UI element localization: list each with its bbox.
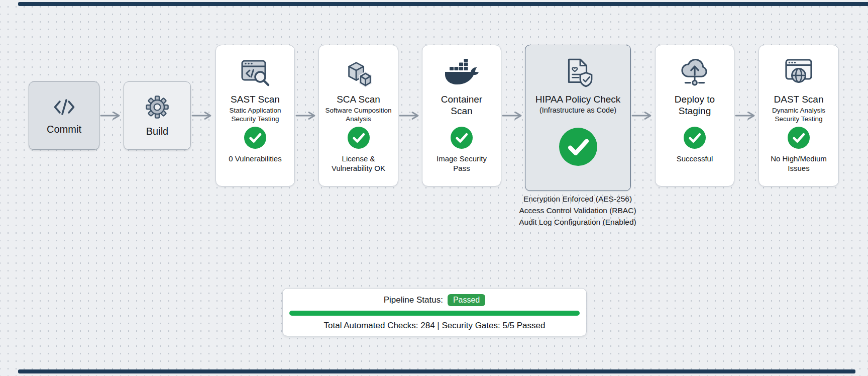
node-subtitle: Static Application Security Testing bbox=[220, 106, 291, 123]
node-title: SAST Scan bbox=[231, 93, 280, 105]
node-subtitle: (Infrastructure as Code) bbox=[539, 106, 616, 115]
pipeline-status-panel: Pipeline Status: Passed Total Automated … bbox=[282, 288, 587, 336]
policy-shield-icon bbox=[562, 55, 595, 90]
code-icon bbox=[53, 97, 76, 119]
node-subtitle: Software Cumposition Analysis bbox=[323, 106, 394, 123]
flow-arrow bbox=[399, 111, 422, 120]
node-title: DAST Scan bbox=[774, 93, 824, 105]
node-label: Build bbox=[146, 126, 168, 137]
node-result: License & Vulnerability OK bbox=[327, 154, 390, 173]
pipeline-summary: Total Automated Checks: 284 | Security G… bbox=[324, 321, 546, 331]
pipeline-progress-bar bbox=[289, 311, 580, 316]
policy-detail-line: Encryption Enforced (AES-256) bbox=[502, 193, 653, 205]
node-result: No High/Medium Issues bbox=[767, 154, 830, 173]
node-title: HIPAA Policy Check bbox=[535, 93, 621, 105]
flow-arrow bbox=[100, 111, 123, 120]
flow-arrow bbox=[295, 111, 318, 120]
node-title: Container Scan bbox=[431, 93, 492, 117]
flow-arrow bbox=[735, 111, 758, 120]
flow-arrow bbox=[631, 111, 655, 120]
node-result: Successful bbox=[677, 154, 713, 163]
code-search-icon bbox=[239, 55, 271, 90]
node-container-scan[interactable]: Container Scan Image Security Pass bbox=[422, 45, 501, 186]
packages-icon bbox=[343, 55, 374, 90]
gear-icon bbox=[145, 95, 169, 121]
check-passed-icon bbox=[451, 127, 473, 149]
flow-arrow bbox=[502, 111, 525, 120]
node-sca-scan[interactable]: SCA Scan Software Cumposition Analysis L… bbox=[318, 45, 398, 186]
node-result: 0 Vulnerabilities bbox=[229, 154, 281, 163]
flow-arrow bbox=[191, 111, 214, 120]
node-title: SCA Scan bbox=[337, 93, 380, 105]
policy-detail-line: Access Control Validation (RBAC) bbox=[502, 205, 653, 216]
node-title: Deploy to Staging bbox=[664, 93, 725, 117]
node-sast-scan[interactable]: SAST Scan Static Application Security Te… bbox=[215, 45, 295, 186]
browser-globe-icon bbox=[783, 55, 815, 90]
check-passed-icon bbox=[559, 128, 597, 166]
node-label: Commit bbox=[47, 124, 81, 135]
pipeline-status-label: Pipeline Status: bbox=[384, 295, 443, 305]
check-passed-icon bbox=[348, 127, 370, 149]
policy-detail-line: Audit Log Configuration (Enabled) bbox=[502, 216, 653, 228]
pipeline-canvas: Commit Build bbox=[0, 0, 868, 376]
node-build[interactable]: Build bbox=[124, 81, 191, 150]
check-passed-icon bbox=[788, 127, 810, 149]
cloud-upload-icon bbox=[678, 55, 711, 90]
node-result: Image Security Pass bbox=[430, 154, 493, 173]
canvas-top-edge-bar bbox=[18, 2, 868, 6]
hipaa-policy-details: Encryption Enforced (AES-256) Access Con… bbox=[502, 193, 653, 228]
check-passed-icon bbox=[684, 127, 706, 149]
node-deploy-staging[interactable]: Deploy to Staging Successful bbox=[655, 45, 734, 186]
node-commit[interactable]: Commit bbox=[29, 81, 99, 150]
node-hipaa-policy-check[interactable]: HIPAA Policy Check (Infrastructure as Co… bbox=[525, 45, 631, 191]
node-dast-scan[interactable]: DAST Scan Dynamic Analysis Security Test… bbox=[758, 45, 839, 186]
canvas-bottom-edge-bar bbox=[18, 369, 855, 373]
status-badge: Passed bbox=[448, 294, 485, 306]
node-subtitle: Dynamic Analysis Security Testing bbox=[763, 106, 834, 123]
docker-whale-icon bbox=[443, 55, 480, 90]
check-passed-icon bbox=[244, 127, 266, 149]
